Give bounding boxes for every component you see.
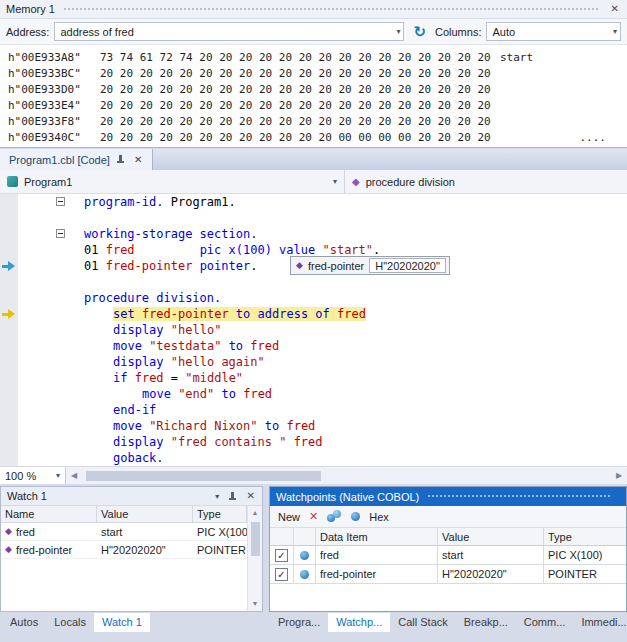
horizontal-scrollbar[interactable]: ◀ ▶ [66, 467, 627, 485]
breakpoint-margin[interactable] [0, 194, 18, 210]
column-header-type[interactable]: Type [193, 506, 247, 522]
code-text[interactable]: working-storage section. [70, 226, 627, 242]
columns-select[interactable]: Auto ▾ [486, 22, 621, 41]
bottom-tab[interactable]: Immedi... [573, 613, 627, 632]
datatip-value[interactable]: H"20202020" [369, 258, 446, 273]
memory-bytes[interactable]: 20 20 20 20 20 20 20 20 20 20 20 20 20 2… [100, 82, 500, 98]
memory-bytes[interactable]: 73 74 61 72 74 20 20 20 20 20 20 20 20 2… [100, 50, 500, 66]
code-text[interactable]: 01 fred-pointer pointer.◆fred-pointerH"2… [70, 258, 627, 274]
code-text[interactable]: set fred-pointer to address of fred [70, 306, 627, 322]
column-header-value[interactable]: Value [438, 528, 544, 545]
delete-icon[interactable]: ✕ [309, 510, 318, 523]
members-dropdown[interactable]: ◆ procedure division [345, 170, 627, 193]
code-text[interactable]: display "hello again" [70, 354, 627, 370]
breakpoint-margin[interactable] [0, 290, 18, 306]
column-header-value[interactable]: Value [97, 506, 193, 522]
watchpoints-titlebar[interactable]: Watchpoints (Native COBOL) [270, 487, 626, 506]
code-text[interactable] [70, 210, 627, 226]
close-icon[interactable]: ✕ [244, 491, 258, 501]
chevron-down-icon[interactable]: ▾ [56, 471, 60, 480]
breakpoint-margin[interactable] [0, 434, 18, 450]
collapse-icon[interactable] [56, 229, 65, 238]
drag-grip[interactable] [427, 494, 612, 499]
column-header-type[interactable]: Type [544, 528, 626, 545]
code-text[interactable]: move "testdata" to fred [70, 338, 627, 354]
code-text[interactable]: program-id. Program1. [70, 194, 627, 210]
refresh-icon[interactable]: ↻ [413, 24, 426, 39]
code-text[interactable]: move "Richard Nixon" to fred [70, 418, 627, 434]
close-icon[interactable]: ✕ [608, 4, 622, 14]
collapse-icon[interactable] [56, 197, 65, 206]
breakpoint-margin[interactable] [0, 370, 18, 386]
breakpoint-margin[interactable] [0, 242, 18, 258]
hex-toggle-button[interactable]: Hex [369, 511, 389, 523]
bottom-tab[interactable]: Comm... [516, 613, 574, 632]
code-text[interactable] [70, 274, 627, 290]
code-text[interactable]: move "end" to fred [70, 386, 627, 402]
memory-bytes[interactable]: 20 20 20 20 20 20 20 20 20 20 20 20 20 2… [100, 98, 500, 114]
window-menu-icon[interactable]: ▼ [214, 493, 221, 500]
code-text[interactable]: end-if [70, 402, 627, 418]
bottom-tab[interactable]: Autos [2, 613, 46, 632]
vertical-scrollbar[interactable]: ▲ ▼ [247, 506, 262, 611]
code-text[interactable]: procedure division. [70, 290, 627, 306]
bottom-tab[interactable]: Locals [46, 613, 94, 632]
memory-bytes[interactable]: 20 20 20 20 20 20 20 20 20 20 20 20 00 0… [100, 130, 500, 146]
scroll-down-icon[interactable]: ▼ [252, 597, 259, 611]
pin-icon[interactable] [116, 154, 125, 165]
code-text[interactable]: if fred = "middle" [70, 370, 627, 386]
scroll-left-icon[interactable]: ◀ [66, 471, 82, 480]
scroll-up-icon[interactable]: ▲ [252, 506, 259, 520]
bottom-tab[interactable]: Watchp... [328, 613, 390, 632]
breakpoint-margin[interactable] [0, 258, 18, 274]
scrollbar-track[interactable] [248, 520, 262, 597]
watch-row[interactable]: ◆fred-pointerH"20202020"POINTER [1, 541, 247, 559]
code-text[interactable]: goback. [70, 450, 627, 466]
breakpoint-margin[interactable] [0, 306, 18, 322]
watchpoint-row[interactable]: ✓fredstartPIC X(100) [270, 546, 626, 565]
breakpoint-margin[interactable] [0, 386, 18, 402]
bottom-tab[interactable]: Watch 1 [94, 613, 150, 632]
column-header-name[interactable]: Name [1, 506, 97, 522]
bottom-tab[interactable]: Call Stack [390, 613, 456, 632]
zoom-select[interactable]: 100 % ▾ [0, 467, 66, 484]
breakpoint-margin[interactable] [0, 322, 18, 338]
watchpoint-row[interactable]: ✓fred-pointerH"20202020"POINTER [270, 565, 626, 584]
chevron-down-icon[interactable]: ▾ [607, 27, 617, 36]
bottom-tab[interactable]: Breakp... [456, 613, 516, 632]
watchpoint-toggle-icon[interactable] [351, 512, 360, 521]
memory-titlebar[interactable]: Memory 1 ✕ [0, 0, 627, 19]
chevron-down-icon[interactable]: ▾ [390, 27, 400, 36]
memory-bytes[interactable]: 20 20 20 20 20 20 20 20 20 20 20 20 20 2… [100, 66, 500, 82]
memory-bytes[interactable]: 20 20 20 20 20 20 20 20 20 20 20 20 20 2… [100, 114, 500, 130]
watchpoint-group-icon[interactable] [327, 510, 342, 523]
code-lines[interactable]: program-id. Program1.working-storage sec… [0, 194, 627, 466]
scrollbar-thumb[interactable] [86, 471, 321, 481]
column-header-data-item[interactable]: Data Item [316, 528, 438, 545]
chevron-down-icon[interactable]: ▾ [333, 177, 337, 186]
new-watchpoint-button[interactable]: New [278, 511, 300, 523]
close-icon[interactable]: ✕ [131, 155, 145, 165]
breakpoint-margin[interactable] [0, 210, 18, 226]
breakpoint-margin[interactable] [0, 226, 18, 242]
enabled-checkbox[interactable]: ✓ [275, 568, 288, 581]
breakpoint-margin[interactable] [0, 354, 18, 370]
watch-titlebar[interactable]: Watch 1 ▼ ✕ [1, 487, 262, 506]
types-dropdown[interactable]: Program1 ▾ [0, 170, 345, 193]
breakpoint-margin[interactable] [0, 402, 18, 418]
scrollbar-track[interactable] [82, 467, 611, 485]
breakpoint-margin[interactable] [0, 450, 18, 466]
pin-icon[interactable] [228, 491, 237, 502]
drag-grip[interactable] [63, 7, 600, 12]
scroll-right-icon[interactable]: ▶ [611, 471, 627, 480]
breakpoint-margin[interactable] [0, 274, 18, 290]
breakpoint-margin[interactable] [0, 418, 18, 434]
tab-program1-cbl[interactable]: Program1.cbl [Code] ✕ [0, 149, 153, 170]
address-input[interactable]: address of fred ▾ [54, 22, 404, 41]
watch-row[interactable]: ◆fredstartPIC X(100) [1, 523, 247, 541]
scrollbar-thumb[interactable] [251, 522, 260, 556]
enabled-checkbox[interactable]: ✓ [275, 549, 288, 562]
bottom-tab[interactable]: Progra... [270, 613, 328, 632]
code-text[interactable]: display "fred contains " fred [70, 434, 627, 450]
breakpoint-margin[interactable] [0, 338, 18, 354]
